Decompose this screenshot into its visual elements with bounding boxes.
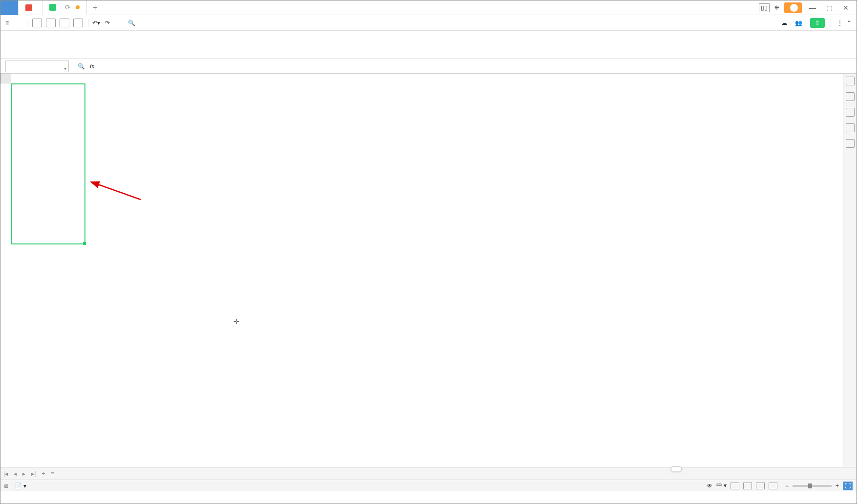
home-tab[interactable] — [0, 0, 19, 15]
redo-icon[interactable]: ↷ — [105, 20, 110, 26]
status-chinese-icon[interactable]: 中 ▾ — [716, 482, 727, 490]
login-button[interactable] — [784, 2, 802, 13]
sheet-nav-next[interactable]: ▸ — [20, 470, 28, 477]
minimize-button[interactable]: — — [807, 4, 818, 12]
unsaved-dot-icon — [76, 5, 80, 9]
zoom-out-button[interactable]: − — [785, 483, 789, 489]
zoom-slider[interactable] — [793, 485, 832, 487]
collapse-ribbon-icon[interactable]: ⌃ — [847, 20, 852, 26]
cloud-icon[interactable]: ☁ — [781, 20, 787, 26]
status-mode-icon[interactable]: ⎚ — [4, 483, 8, 489]
ribbon — [0, 31, 857, 59]
zoom-in-button[interactable]: + — [836, 483, 839, 489]
formula-bar: ▾ 🔍 fx — [0, 59, 857, 74]
side-panel — [843, 74, 857, 467]
view-normal-button[interactable] — [731, 483, 739, 489]
undo-icon[interactable]: ↶▾ — [92, 20, 100, 26]
hamburger-icon[interactable]: ≡ — [5, 20, 13, 26]
sheet-list-button[interactable]: ≡ — [48, 470, 57, 477]
spreadsheet-grid: ✛ — [0, 74, 857, 467]
cell-cursor-icon: ✛ — [233, 318, 239, 325]
zoom-formula-icon[interactable]: 🔍 — [78, 63, 85, 70]
collab-icon[interactable]: 👥 — [795, 20, 802, 26]
sheet-icon — [49, 4, 56, 11]
more-menu-icon[interactable]: ⋮ — [837, 20, 843, 26]
preview-icon[interactable] — [60, 19, 69, 27]
svg-line-0 — [97, 184, 141, 200]
new-tab-button[interactable]: + — [87, 3, 103, 12]
print-icon[interactable] — [46, 19, 56, 27]
apps-icon[interactable]: ⁜ — [774, 4, 779, 11]
share-button[interactable]: ⇧ — [810, 18, 825, 28]
status-bar: ⎚ 📄 ▾ 👁 中 ▾ − + ⛶ — [0, 480, 857, 491]
fullscreen-icon[interactable]: ⛶ — [843, 482, 853, 490]
view-layout-button[interactable] — [743, 483, 752, 489]
name-box[interactable]: ▾ — [5, 60, 69, 72]
sheet-nav-first[interactable]: |◂ — [0, 470, 11, 477]
menu-bar: ≡ ↶▾ ↷ 🔍 ☁ 👥 ⇧ ⋮ ⌃ — [0, 15, 857, 31]
view-read-button[interactable] — [769, 483, 777, 489]
panel-style-icon[interactable] — [846, 92, 855, 101]
close-button[interactable]: ✕ — [840, 4, 852, 12]
docer-icon — [25, 4, 32, 11]
panel-filter-icon[interactable] — [846, 108, 855, 117]
select-all-corner[interactable] — [0, 74, 11, 83]
sheet-nav-last[interactable]: ▸| — [28, 470, 39, 477]
docer-tab[interactable] — [19, 0, 42, 15]
search-icon[interactable]: 🔍 — [128, 20, 135, 26]
cut-icon[interactable] — [73, 19, 83, 27]
sheet-nav-prev[interactable]: ◂ — [11, 470, 20, 477]
status-calc-icon[interactable]: 📄 ▾ — [15, 483, 26, 489]
layout-icon[interactable]: ▯▯ — [759, 3, 770, 12]
panel-backup-icon[interactable] — [846, 123, 855, 132]
status-eye-icon[interactable]: 👁 — [707, 483, 712, 489]
add-sheet-button[interactable]: + — [39, 470, 48, 477]
sheet-tab-bar: |◂ ◂ ▸ ▸| + ≡ — [0, 467, 857, 480]
status-aggregate — [33, 483, 42, 489]
file-menu[interactable] — [15, 22, 23, 24]
tab-refresh-icon[interactable]: ⟳ — [65, 3, 71, 11]
maximize-button[interactable]: ▢ — [823, 4, 835, 12]
panel-select-icon[interactable] — [846, 77, 855, 85]
view-break-button[interactable] — [756, 483, 765, 489]
ime-indicator[interactable] — [671, 466, 682, 471]
avatar-icon — [790, 4, 798, 12]
selection-range — [11, 83, 85, 244]
panel-settings-icon[interactable] — [846, 139, 855, 148]
title-bar: ⟳ + ▯▯ ⁜ — ▢ ✕ — [0, 0, 857, 15]
save-icon[interactable] — [32, 19, 42, 27]
file-tab[interactable]: ⟳ — [42, 0, 87, 15]
fx-icon[interactable]: fx — [90, 63, 94, 70]
